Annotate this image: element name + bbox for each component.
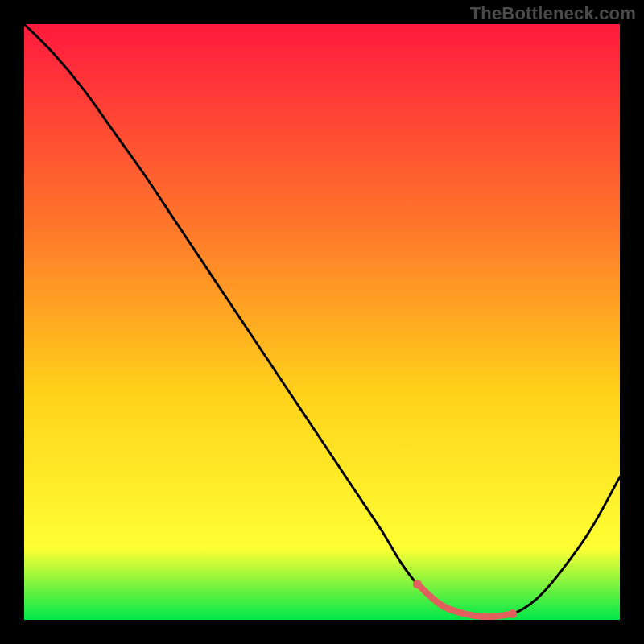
plot-background: [24, 24, 620, 620]
optimal-endpoint-dot: [413, 580, 422, 588]
optimal-endpoint-dot: [508, 609, 517, 618]
watermark-text: TheBottleneck.com: [470, 3, 636, 24]
chart-frame: { "watermark": "TheBottleneck.com", "col…: [0, 0, 644, 644]
bottleneck-chart: [24, 24, 620, 620]
